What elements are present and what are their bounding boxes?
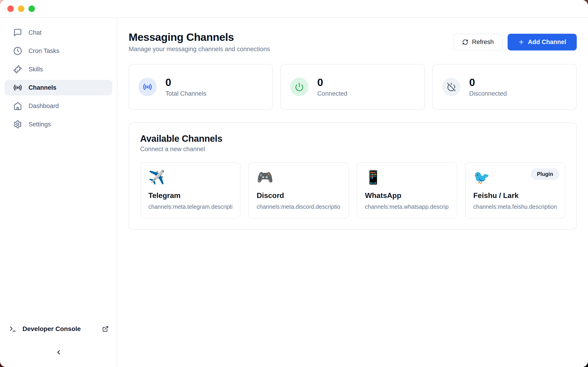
sidebar-item-label: Chat [28, 29, 42, 36]
stats-row: 0Total Channels0Connected0Disconnected [129, 64, 577, 110]
sidebar-item-label: Skills [28, 66, 43, 73]
sidebar-footer: Developer Console [0, 320, 117, 367]
refresh-button-label: Refresh [472, 39, 494, 46]
sidebar-item-channels[interactable]: Channels [5, 80, 112, 95]
desktop: ChatCron TasksSkillsChannelsDashboardSet… [0, 0, 588, 367]
sidebar-item-label: Channels [28, 84, 57, 91]
channel-card-feishu-lark[interactable]: Plugin🐦Feishu / Larkchannels:meta.feishu… [465, 162, 565, 218]
stat-text: 0Connected [317, 77, 347, 97]
broadcast-icon [13, 83, 22, 92]
available-channels-title: Available Channels [140, 133, 565, 144]
plus-icon [518, 39, 524, 45]
power-off-icon [447, 82, 456, 92]
available-channels-subtitle: Connect a new channel [140, 146, 565, 153]
minimize-window-button[interactable] [18, 6, 24, 12]
add-channel-button[interactable]: Add Channel [508, 34, 577, 50]
stat-label: Total Channels [165, 90, 207, 97]
close-window-button[interactable] [7, 6, 14, 12]
channel-emoji-icon: 🎮 [257, 171, 341, 185]
page-header-text: Messaging Channels Manage your messaging… [129, 31, 270, 53]
page-header: Messaging Channels Manage your messaging… [129, 18, 577, 53]
sidebar-item-chat[interactable]: Chat [5, 25, 112, 40]
traffic-lights [7, 6, 35, 12]
channel-emoji-icon: ✈️ [148, 171, 232, 185]
sidebar-item-settings[interactable]: Settings [5, 117, 112, 132]
stat-label: Disconnected [469, 90, 507, 97]
sidebar-item-label: Cron Tasks [28, 48, 60, 55]
main-content: Messaging Channels Manage your messaging… [117, 18, 588, 367]
home-icon [13, 102, 22, 110]
gear-icon [13, 120, 22, 129]
refresh-button[interactable]: Refresh [453, 34, 503, 50]
sidebar-item-dashboard[interactable]: Dashboard [5, 98, 112, 114]
page-subtitle: Manage your messaging channels and conne… [129, 46, 270, 53]
sidebar-item-label: Dashboard [28, 102, 59, 110]
stat-text: 0Disconnected [469, 77, 507, 97]
stat-value: 0 [469, 77, 507, 88]
stat-icon-circle [290, 78, 309, 96]
stat-label: Connected [317, 90, 347, 97]
channel-name: WhatsApp [365, 191, 449, 200]
header-actions: Refresh Add Channel [453, 34, 577, 50]
collapse-sidebar-button[interactable] [53, 347, 64, 358]
channel-card-discord[interactable]: 🎮Discordchannels:meta.discord.descriptio… [249, 162, 349, 218]
stat-icon-circle [138, 78, 157, 96]
channel-description: channels:meta.whatsapp.description [365, 203, 449, 210]
sidebar-item-cron-tasks[interactable]: Cron Tasks [5, 43, 112, 59]
stat-text: 0Total Channels [165, 77, 207, 97]
puzzle-icon [13, 65, 22, 74]
stat-card-total-channels: 0Total Channels [129, 64, 273, 110]
external-link-icon[interactable] [102, 326, 109, 332]
channel-grid: ✈️Telegramchannels:meta.telegram.descrip… [140, 162, 565, 218]
channel-card-telegram[interactable]: ✈️Telegramchannels:meta.telegram.descrip… [140, 162, 241, 218]
sidebar: ChatCron TasksSkillsChannelsDashboardSet… [0, 18, 117, 367]
zoom-window-button[interactable] [28, 6, 35, 12]
add-channel-button-label: Add Channel [528, 39, 566, 46]
channel-description: channels:meta.telegram.description [148, 203, 232, 210]
clock-icon [13, 47, 22, 55]
available-channels-panel: Available Channels Connect a new channel… [129, 123, 577, 230]
titlebar [0, 0, 588, 18]
plugin-badge: Plugin [531, 168, 559, 180]
developer-console-button[interactable]: Developer Console [0, 320, 117, 338]
broadcast-icon [143, 82, 152, 92]
app-window: ChatCron TasksSkillsChannelsDashboardSet… [0, 0, 588, 367]
stat-value: 0 [165, 77, 207, 88]
refresh-icon [462, 39, 468, 45]
page-title: Messaging Channels [129, 31, 270, 43]
sidebar-item-label: Settings [28, 121, 51, 128]
stat-value: 0 [317, 77, 347, 88]
stat-card-disconnected: 0Disconnected [432, 64, 577, 110]
sidebar-item-skills[interactable]: Skills [5, 61, 112, 77]
channel-description: channels:meta.feishu.description [473, 203, 557, 210]
channel-description: channels:meta.discord.description [257, 203, 341, 210]
developer-console-label: Developer Console [23, 325, 102, 333]
window-body: ChatCron TasksSkillsChannelsDashboardSet… [0, 18, 588, 367]
power-icon [295, 82, 304, 92]
chat-bubble-icon [13, 28, 22, 37]
channel-name: Feishu / Lark [473, 191, 557, 200]
terminal-icon [9, 325, 17, 333]
channel-name: Telegram [148, 191, 232, 200]
channel-name: Discord [257, 191, 341, 200]
channel-card-whatsapp[interactable]: 📱WhatsAppchannels:meta.whatsapp.descript… [357, 162, 457, 218]
stat-card-connected: 0Connected [280, 64, 425, 110]
chevron-left-icon [55, 349, 62, 357]
sidebar-nav: ChatCron TasksSkillsChannelsDashboardSet… [0, 25, 117, 132]
sidebar-collapse-row [0, 338, 117, 367]
channel-emoji-icon: 📱 [365, 171, 449, 185]
stat-icon-circle [442, 78, 460, 96]
